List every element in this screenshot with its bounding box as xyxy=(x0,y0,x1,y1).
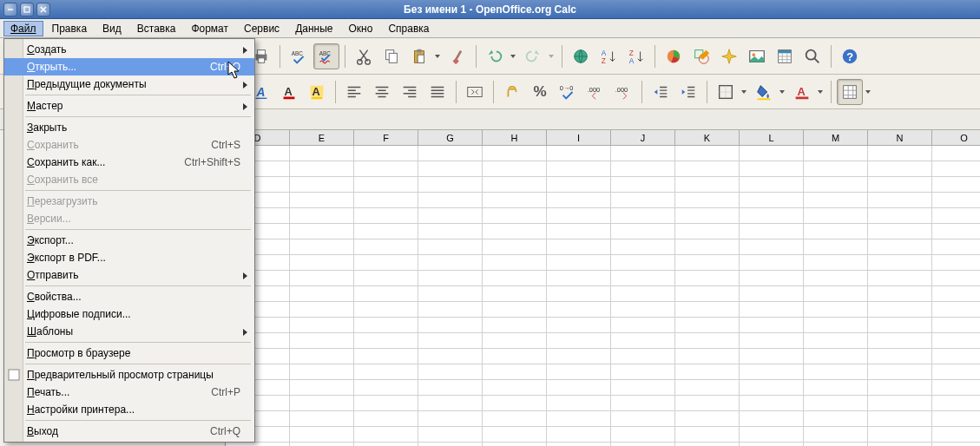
column-header[interactable]: K xyxy=(675,130,740,146)
svg-text:.000: .000 xyxy=(615,86,628,94)
menu-item[interactable]: Предварительный просмотр страницы xyxy=(4,366,254,384)
menu-item[interactable]: Предыдущие документы xyxy=(4,75,254,93)
column-header[interactable]: L xyxy=(740,130,804,146)
svg-rect-26 xyxy=(779,49,792,53)
menu-item[interactable]: Мастер xyxy=(4,97,254,115)
menu-item[interactable]: Просмотр в браузере xyxy=(4,344,254,362)
increase-indent-button[interactable] xyxy=(675,79,701,105)
spellcheck-button[interactable]: ABC xyxy=(286,43,312,69)
menu-item[interactable]: Закрыть xyxy=(4,119,254,136)
fontcolor-button[interactable]: A xyxy=(789,79,815,105)
gallery-button[interactable] xyxy=(744,43,770,69)
menu-view[interactable]: Вид xyxy=(95,21,128,36)
column-header[interactable]: G xyxy=(418,130,483,146)
sort-asc-button[interactable]: AZ xyxy=(595,43,622,69)
align-left-button[interactable] xyxy=(341,79,367,105)
borders-button[interactable] xyxy=(713,79,739,105)
datasources-button[interactable] xyxy=(772,43,798,69)
menu-item-label: Печать... xyxy=(27,386,211,398)
menu-item-label: Экспорт в PDF... xyxy=(27,252,240,264)
menu-item[interactable]: Шаблоны xyxy=(4,323,254,340)
menu-item[interactable]: Отправить xyxy=(4,266,254,284)
minimize-button[interactable] xyxy=(3,3,17,16)
menu-item[interactable]: Экспорт... xyxy=(4,232,254,249)
menu-item[interactable]: Экспорт в PDF... xyxy=(4,249,254,266)
menu-item[interactable]: Сохранить как...Ctrl+Shift+S xyxy=(4,154,254,171)
align-justify-button[interactable] xyxy=(424,79,451,105)
currency-button[interactable] xyxy=(499,79,525,105)
menu-edit[interactable]: Правка xyxy=(45,21,95,36)
paste-button[interactable] xyxy=(406,43,432,69)
menu-insert[interactable]: Вставка xyxy=(130,21,183,36)
help-button[interactable]: ? xyxy=(837,43,863,69)
hyperlink-button[interactable] xyxy=(568,43,594,69)
column-header[interactable]: M xyxy=(804,130,868,146)
redo-dropdown[interactable] xyxy=(546,53,556,60)
highlight-color-button[interactable]: A xyxy=(304,79,330,105)
paste-dropdown[interactable] xyxy=(432,53,443,60)
menu-item[interactable]: Открыть...Ctrl+O xyxy=(4,58,254,75)
fontcolor-dropdown[interactable] xyxy=(815,89,825,95)
format-paintbrush-button[interactable] xyxy=(444,43,470,69)
menu-item-label: Версии... xyxy=(27,213,240,225)
close-button[interactable] xyxy=(36,3,50,16)
align-right-button[interactable] xyxy=(397,79,423,105)
add-decimal-button[interactable]: .000 xyxy=(582,79,608,105)
decrease-indent-button[interactable] xyxy=(648,79,674,105)
column-header[interactable]: F xyxy=(354,130,418,146)
maximize-button[interactable] xyxy=(20,3,34,16)
column-header[interactable]: O xyxy=(932,130,980,146)
redo-button[interactable] xyxy=(520,43,546,69)
column-header[interactable]: J xyxy=(611,130,675,146)
grid-button[interactable] xyxy=(837,79,863,105)
percent-button[interactable]: % xyxy=(527,79,553,105)
column-header[interactable]: H xyxy=(483,130,547,146)
menu-item-label: Сохранить все xyxy=(27,174,240,186)
merge-cells-button[interactable] xyxy=(462,79,488,105)
bgcolor-dropdown[interactable] xyxy=(777,89,787,95)
autospell-button[interactable]: ABC xyxy=(313,43,339,69)
menu-item[interactable]: Печать...Ctrl+P xyxy=(4,384,254,401)
menu-item-label: Свойства... xyxy=(27,291,240,303)
column-header[interactable]: N xyxy=(868,130,932,146)
column-header[interactable]: E xyxy=(290,130,354,146)
borders-dropdown[interactable] xyxy=(739,89,749,95)
menu-data[interactable]: Данные xyxy=(288,21,339,36)
column-header[interactable]: I xyxy=(547,130,611,146)
zoom-button[interactable] xyxy=(799,43,825,69)
align-center-button[interactable] xyxy=(369,79,395,105)
delete-decimal-button[interactable]: .000 xyxy=(610,79,636,105)
menu-item-shortcut: Ctrl+Q xyxy=(210,425,240,437)
window-controls xyxy=(0,3,50,16)
sort-desc-button[interactable]: ZA xyxy=(623,43,649,69)
show-draw-button[interactable] xyxy=(688,43,714,69)
navigator-button[interactable] xyxy=(716,43,742,69)
undo-button[interactable] xyxy=(482,43,508,69)
menu-item-label: Предварительный просмотр страницы xyxy=(27,369,240,381)
grid-dropdown[interactable] xyxy=(863,89,873,95)
undo-dropdown[interactable] xyxy=(508,53,518,60)
svg-text:?: ? xyxy=(846,49,853,62)
font-color-button[interactable]: A xyxy=(276,79,302,105)
menu-item-shortcut: Ctrl+Shift+S xyxy=(184,156,240,168)
bgcolor-button[interactable] xyxy=(751,79,777,105)
menu-bar: Файл Правка Вид Вставка Формат Сервис Да… xyxy=(0,19,980,38)
menu-item[interactable]: Настройки принтера... xyxy=(4,401,254,418)
menu-file[interactable]: Файл xyxy=(3,21,43,36)
menu-help[interactable]: Справка xyxy=(381,21,436,36)
menu-item[interactable]: Свойства... xyxy=(4,288,254,305)
cell-grid[interactable] xyxy=(226,146,980,446)
menu-item[interactable]: ВыходCtrl+Q xyxy=(4,423,254,440)
menu-item[interactable]: Цифровые подписи... xyxy=(4,305,254,323)
chart-button[interactable] xyxy=(661,43,687,69)
standard-format-button[interactable]: 0→0 xyxy=(555,79,581,105)
menu-format[interactable]: Формат xyxy=(184,21,235,36)
svg-rect-3 xyxy=(258,57,264,62)
menu-window[interactable]: Окно xyxy=(341,21,379,36)
copy-button[interactable] xyxy=(378,43,404,69)
menu-tools[interactable]: Сервис xyxy=(237,21,286,36)
cut-button[interactable] xyxy=(351,43,377,69)
column-headers[interactable]: D E F G H I J K L M N O xyxy=(226,130,980,146)
menu-item: СохранитьCtrl+S xyxy=(4,136,254,154)
menu-item[interactable]: Создать xyxy=(4,41,254,58)
